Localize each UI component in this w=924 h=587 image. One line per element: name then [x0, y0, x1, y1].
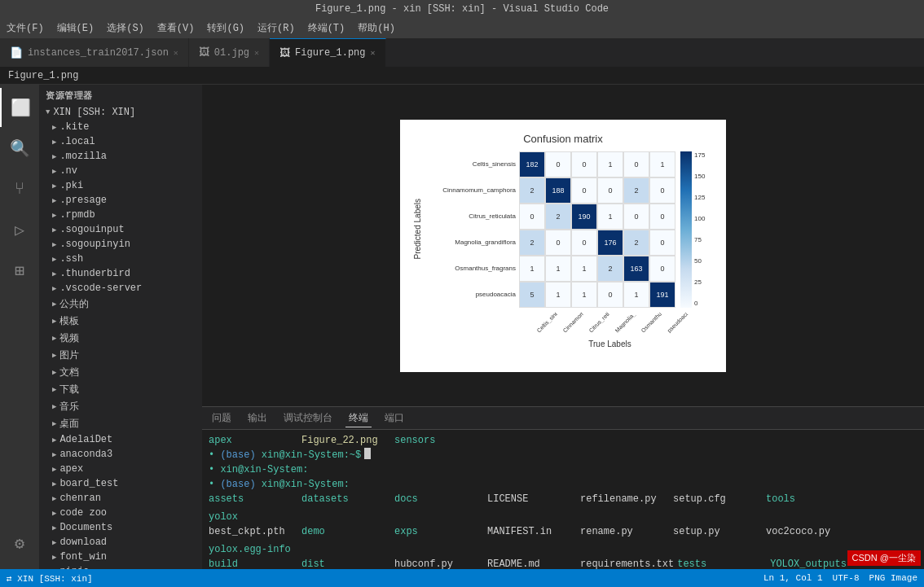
cm-row-label-5: pseudoacacia — [425, 291, 519, 298]
tab-close-instances[interactable]: ✕ — [174, 48, 178, 58]
sidebar-item-rpmdb[interactable]: ▶.rpmdb — [39, 208, 202, 222]
cm-cell-1-4: 2 — [623, 177, 649, 204]
activity-explorer[interactable]: ⬜ — [0, 88, 39, 127]
sidebar-item-download[interactable]: ▶download — [39, 535, 202, 550]
menu-item-V[interactable]: 查看(V) — [157, 21, 195, 35]
cm-cell-1-2: 0 — [571, 177, 597, 204]
sidebar-item-[interactable]: ▶桌面 — [39, 415, 202, 432]
sidebar-item-vscodeserver[interactable]: ▶.vscode-server — [39, 281, 202, 296]
cm-colorbar-gradient — [680, 151, 692, 308]
sidebar-item-[interactable]: ▶视频 — [39, 330, 202, 347]
cm-cell-2-0: 0 — [519, 204, 545, 230]
sidebar-item-adelaidet[interactable]: ▶AdelaiDet — [39, 432, 202, 447]
cm-cell-1-5: 0 — [649, 177, 675, 204]
activity-remote[interactable]: ⚙ — [0, 523, 39, 563]
terminal-dir-item: Figure_22.png — [301, 433, 391, 448]
cm-colorbar-label: 100 — [694, 215, 705, 222]
cm-xlabel-area: Celtis_sinensisCinnamomum_camphoraCitrus… — [507, 308, 713, 348]
sidebar-item-kite[interactable]: ▶.kite — [39, 120, 202, 134]
sidebar-item-fontwin[interactable]: ▶font_win — [39, 550, 202, 564]
cm-cell-5-3: 0 — [597, 282, 623, 308]
activity-search[interactable]: 🔍 — [0, 129, 39, 168]
menu-item-T[interactable]: 终端(T) — [308, 21, 345, 35]
sidebar-item-boardtest[interactable]: ▶board_test — [39, 476, 202, 491]
tab-close-01jpg[interactable]: ✕ — [254, 48, 259, 58]
terminal-cursor — [364, 448, 371, 459]
tab-close-figure1[interactable]: ✕ — [371, 48, 376, 58]
cm-x-label-2: Citrus_reticulata — [587, 311, 610, 334]
cm-colorbar-label: 175 — [694, 151, 705, 159]
terminal-tab-终端[interactable]: 终端 — [345, 410, 372, 427]
terminal-line: builddisthubconf.pyREADME.mdrequirements… — [209, 557, 917, 569]
sidebar-item-pki[interactable]: ▶.pki — [39, 178, 202, 193]
sidebar-item-thunderbird[interactable]: ▶.thunderbird — [39, 266, 202, 281]
sidebar-item-mozilla[interactable]: ▶.mozilla — [39, 149, 202, 164]
status-remote[interactable]: ⇄ XIN [SSH: xin] — [7, 573, 93, 584]
sidebar-item-sogouinput[interactable]: ▶.sogouinput — [39, 222, 202, 237]
activity-extensions[interactable]: ⊞ — [0, 251, 39, 290]
sidebar-item-documents[interactable]: ▶Documents — [39, 520, 202, 535]
tab-instances[interactable]: 📄instances_train2017.json✕ — [0, 38, 189, 67]
terminal-dir-item: build — [209, 557, 298, 569]
terminal-line: apexFigure_22.pngsensors — [209, 433, 917, 448]
sidebar-item-[interactable]: ▶音乐 — [39, 398, 202, 415]
menu-item-S[interactable]: 选择(S) — [107, 21, 144, 35]
activity-git[interactable]: ⑂ — [0, 169, 39, 208]
terminal-dir-item: hubconf.py — [394, 557, 484, 569]
tab-icon-instances: 📄 — [10, 46, 23, 59]
cm-cell-3-1: 0 — [545, 230, 571, 256]
cm-grid: Celtis_sinensis18200101Cinnamomum_campho… — [425, 151, 675, 308]
activity-bar: ⬜ 🔍 ⑂ ▷ ⊞ ⚙ — [0, 85, 39, 569]
terminal-dir-item: yolox.egg-info — [209, 542, 298, 557]
cm-cell-5-0: 5 — [519, 282, 545, 308]
sidebar-item-[interactable]: ▶文档 — [39, 364, 202, 381]
terminal-tab-问题[interactable]: 问题 — [209, 410, 235, 427]
cm-row-3: Magnolia_grandiflora20017620 — [425, 230, 675, 256]
tab-figure1[interactable]: 🖼Figure_1.png✕ — [270, 38, 385, 67]
sidebar-item-[interactable]: ▶图片 — [39, 347, 202, 364]
sidebar-item-anaconda3[interactable]: ▶anaconda3 — [39, 447, 202, 462]
cm-x-labels: Celtis_sinensisCinnamomum_camphoraCitrus… — [532, 309, 689, 315]
terminal-tab-调试控制台[interactable]: 调试控制台 — [280, 410, 336, 427]
terminal-tab-输出[interactable]: 输出 — [244, 410, 271, 427]
sidebar-item-nv[interactable]: ▶.nv — [39, 164, 202, 178]
menu-item-F[interactable]: 文件(F) — [7, 21, 44, 35]
sidebar-item-[interactable]: ▶公共的 — [39, 296, 202, 313]
terminal-dir-item: refilename.py — [580, 492, 670, 506]
menu-item-R[interactable]: 运行(R) — [257, 21, 295, 35]
cm-colorbar-label: 75 — [694, 236, 705, 243]
sidebar-item-codezoo[interactable]: ▶code zoo — [39, 506, 202, 520]
sidebar-section-xin[interactable]: ▼ XIN [SSH: XIN] — [39, 105, 202, 120]
cm-ylabel: Predicted Labels — [413, 199, 422, 260]
terminal-dir-item: tools — [766, 492, 856, 506]
sidebar-item-[interactable]: ▶下载 — [39, 381, 202, 398]
cm-cell-2-3: 1 — [597, 204, 623, 230]
cm-x-label-5: pseudoacacia — [666, 311, 689, 334]
cm-cell-2-1: 2 — [545, 204, 571, 230]
cm-cell-3-2: 0 — [571, 230, 597, 256]
terminal-content[interactable]: apexFigure_22.pngsensors• (base) xin@xin… — [202, 430, 924, 569]
sidebar-item-apex[interactable]: ▶apex — [39, 462, 202, 476]
cm-cell-5-1: 1 — [545, 282, 571, 308]
menu-item-E[interactable]: 编辑(E) — [57, 21, 95, 35]
cm-x-label-3: Magnolia_grandiflora — [614, 311, 636, 334]
cm-row-label-0: Celtis_sinensis — [425, 160, 519, 168]
terminal-dir-item: rename.py — [580, 524, 670, 539]
status-filetype: PNG Image — [869, 573, 917, 583]
sidebar-item-ssh[interactable]: ▶.ssh — [39, 252, 202, 266]
sidebar-item-sogoupinyin[interactable]: ▶.sogoupinyin — [39, 237, 202, 252]
sidebar-item-[interactable]: ▶模板 — [39, 313, 202, 330]
sidebar-item-presage[interactable]: ▶.presage — [39, 193, 202, 208]
cm-row-label-3: Magnolia_grandiflora — [425, 239, 519, 246]
menu-item-H[interactable]: 帮助(H) — [358, 21, 395, 35]
cm-xlabel: True Labels — [588, 339, 631, 348]
menu-item-G[interactable]: 转到(G) — [207, 21, 244, 35]
terminal-dir-item: apex — [209, 433, 298, 448]
cm-colorbar-label: 150 — [694, 173, 705, 180]
terminal-tab-端口[interactable]: 端口 — [381, 410, 407, 427]
sidebar-item-local[interactable]: ▶.local — [39, 134, 202, 149]
sidebar-item-chenran[interactable]: ▶chenran — [39, 491, 202, 506]
activity-debug[interactable]: ▷ — [0, 210, 39, 249]
terminal-line: • (base) xin@xin-System: — [209, 477, 917, 492]
tab-01jpg[interactable]: 🖼01.jpg✕ — [189, 38, 270, 67]
